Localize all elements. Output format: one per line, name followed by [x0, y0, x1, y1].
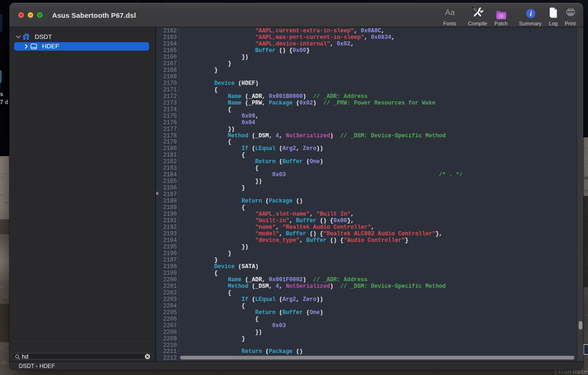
svg-text:i: i: [530, 10, 532, 17]
